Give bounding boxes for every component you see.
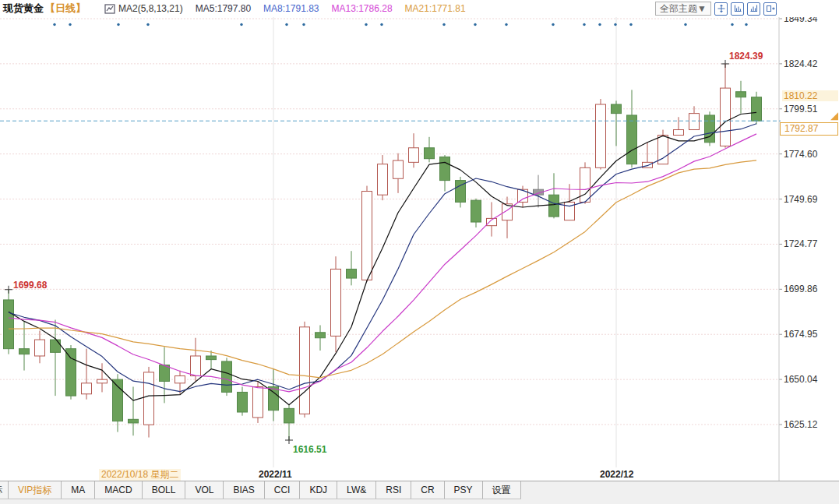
tab-vip-indicators[interactable]: VIP指标: [9, 481, 62, 499]
y-axis-label: 1674.95: [784, 329, 838, 340]
y-axis-label: 1699.86: [784, 284, 838, 294]
kline-chart-icon: [104, 4, 115, 14]
tab-psy[interactable]: PSY: [445, 481, 483, 499]
chart-header: 现货黄金 【日线】 MA2(5,8,13,21) MA5:1797.80MA8:…: [0, 0, 839, 17]
tab-rsi[interactable]: RSI: [376, 481, 411, 499]
last-price-badge: 1792.87: [780, 122, 838, 136]
tab-boll[interactable]: BOLL: [143, 481, 186, 499]
y-axis-label: 1824.42: [784, 58, 838, 69]
indicator-tabs: 标 VIP指标MAMACDBOLLVOLBIASCCIKDJLW&RSICRPS…: [0, 481, 521, 499]
axis-scale-right-icon[interactable]: [747, 2, 760, 16]
ma8-value: MA8:1791.83: [263, 3, 319, 14]
x-label-december: 2022/12: [600, 469, 633, 481]
period-label: 【日线】: [45, 2, 86, 16]
ma-settings-label: MA2(5,8,13,21): [118, 3, 183, 14]
tab-kdj[interactable]: KDJ: [300, 481, 337, 499]
y-axis-label: 1650.04: [784, 374, 838, 385]
tab-vol[interactable]: VOL: [185, 481, 224, 499]
open-price-badge: 1810.22: [782, 90, 838, 101]
tab-macd[interactable]: MACD: [95, 481, 142, 499]
axis-scale-left-icon[interactable]: [731, 2, 744, 16]
crosshair-tool-icon[interactable]: [714, 2, 728, 16]
kline-app-window: 1824.391699.681616.51 1849.341824.421799…: [0, 0, 839, 504]
y-axis-label: 1799.51: [784, 104, 838, 115]
extreme-price-annotation: 1824.39: [729, 51, 763, 62]
tab-settings[interactable]: 设置: [483, 481, 521, 499]
pan-right-icon[interactable]: [763, 2, 777, 16]
ma5-value: MA5:1797.80: [196, 3, 251, 14]
ma-readouts: MA5:1797.80MA8:1791.83MA13:1786.28MA21:1…: [183, 3, 466, 14]
indicator-tabbar: 标 VIP指标MAMACDBOLLVOLBIASCCIKDJLW&RSICRPS…: [0, 481, 839, 504]
y-axis-label: 1749.69: [784, 194, 838, 205]
y-axis-label: 1774.60: [784, 149, 838, 160]
header-tools: 全部主题▼: [655, 2, 777, 16]
x-label-november: 2022/11: [259, 469, 292, 481]
tab-ma[interactable]: MA: [62, 481, 95, 499]
y-axis-label: 1724.77: [784, 238, 838, 249]
kline-chart-canvas[interactable]: 1824.391699.681616.51: [0, 0, 839, 481]
ma13-value: MA13:1786.28: [332, 3, 393, 14]
extreme-price-annotation: 1699.68: [13, 280, 48, 291]
extreme-price-annotation: 1616.51: [293, 444, 327, 455]
event-markers: [53, 23, 747, 26]
tab-bias[interactable]: BIAS: [224, 481, 264, 499]
symbol-title: 现货黄金: [3, 2, 44, 16]
tab-cci[interactable]: CCI: [265, 481, 301, 499]
candles-series: [4, 64, 762, 440]
tab-lwr[interactable]: LW&: [337, 481, 376, 499]
tabbar-left-clip: 标: [0, 481, 9, 499]
chart-stage: 1824.391699.681616.51 1849.341824.421799…: [0, 0, 839, 504]
theme-dropdown[interactable]: 全部主题▼: [655, 2, 711, 16]
tab-cr[interactable]: CR: [411, 481, 444, 499]
ma21-value: MA21:1771.81: [405, 3, 466, 14]
toolbar-icons: [711, 2, 777, 16]
y-axis-label: 1625.12: [784, 419, 838, 430]
x-label-selected-date: 2022/10/18 星期二: [99, 469, 181, 481]
